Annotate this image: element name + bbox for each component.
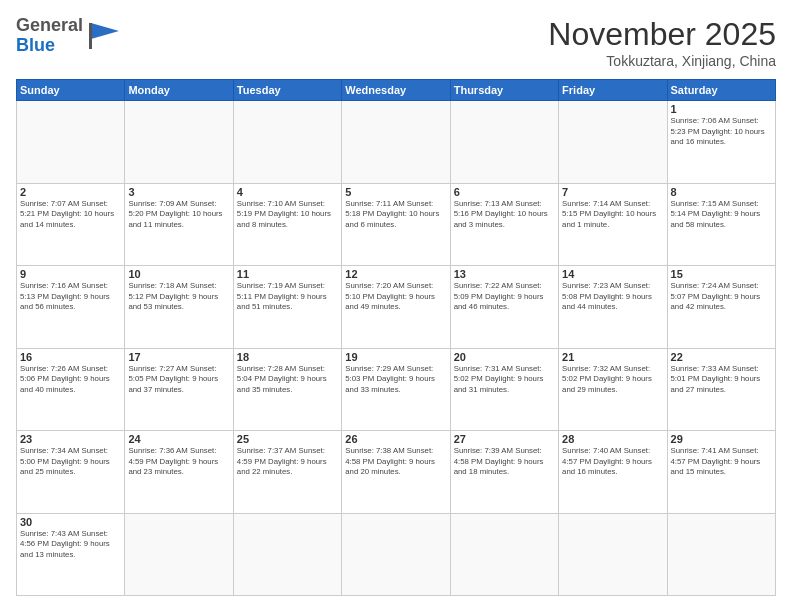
- logo-general-text: General: [16, 15, 83, 35]
- calendar-table: SundayMondayTuesdayWednesdayThursdayFrid…: [16, 79, 776, 596]
- calendar-cell: 28Sunrise: 7:40 AM Sunset: 4:57 PM Dayli…: [559, 431, 667, 514]
- day-info: Sunrise: 7:41 AM Sunset: 4:57 PM Dayligh…: [671, 446, 772, 478]
- day-info: Sunrise: 7:14 AM Sunset: 5:15 PM Dayligh…: [562, 199, 663, 231]
- day-number: 28: [562, 433, 663, 445]
- day-number: 22: [671, 351, 772, 363]
- weekday-header-friday: Friday: [559, 80, 667, 101]
- day-number: 4: [237, 186, 338, 198]
- day-info: Sunrise: 7:19 AM Sunset: 5:11 PM Dayligh…: [237, 281, 338, 313]
- calendar-cell: 29Sunrise: 7:41 AM Sunset: 4:57 PM Dayli…: [667, 431, 775, 514]
- week-row-1: 1Sunrise: 7:06 AM Sunset: 5:23 PM Daylig…: [17, 101, 776, 184]
- day-number: 11: [237, 268, 338, 280]
- calendar-cell: [233, 101, 341, 184]
- calendar-cell: 9Sunrise: 7:16 AM Sunset: 5:13 PM Daylig…: [17, 266, 125, 349]
- location-text: Tokkuztara, Xinjiang, China: [548, 53, 776, 69]
- day-info: Sunrise: 7:38 AM Sunset: 4:58 PM Dayligh…: [345, 446, 446, 478]
- calendar-cell: 23Sunrise: 7:34 AM Sunset: 5:00 PM Dayli…: [17, 431, 125, 514]
- day-number: 27: [454, 433, 555, 445]
- logo: General Blue: [16, 16, 123, 56]
- day-info: Sunrise: 7:36 AM Sunset: 4:59 PM Dayligh…: [128, 446, 229, 478]
- calendar-cell: 2Sunrise: 7:07 AM Sunset: 5:21 PM Daylig…: [17, 183, 125, 266]
- calendar-cell: 6Sunrise: 7:13 AM Sunset: 5:16 PM Daylig…: [450, 183, 558, 266]
- day-info: Sunrise: 7:18 AM Sunset: 5:12 PM Dayligh…: [128, 281, 229, 313]
- day-info: Sunrise: 7:26 AM Sunset: 5:06 PM Dayligh…: [20, 364, 121, 396]
- calendar-cell: 3Sunrise: 7:09 AM Sunset: 5:20 PM Daylig…: [125, 183, 233, 266]
- day-info: Sunrise: 7:29 AM Sunset: 5:03 PM Dayligh…: [345, 364, 446, 396]
- day-info: Sunrise: 7:13 AM Sunset: 5:16 PM Dayligh…: [454, 199, 555, 231]
- calendar-cell: [450, 513, 558, 596]
- day-number: 10: [128, 268, 229, 280]
- calendar-cell: 16Sunrise: 7:26 AM Sunset: 5:06 PM Dayli…: [17, 348, 125, 431]
- calendar-cell: 8Sunrise: 7:15 AM Sunset: 5:14 PM Daylig…: [667, 183, 775, 266]
- day-number: 19: [345, 351, 446, 363]
- svg-rect-1: [89, 23, 92, 49]
- day-number: 6: [454, 186, 555, 198]
- calendar-cell: 5Sunrise: 7:11 AM Sunset: 5:18 PM Daylig…: [342, 183, 450, 266]
- calendar-cell: 1Sunrise: 7:06 AM Sunset: 5:23 PM Daylig…: [667, 101, 775, 184]
- day-number: 17: [128, 351, 229, 363]
- calendar-cell: 24Sunrise: 7:36 AM Sunset: 4:59 PM Dayli…: [125, 431, 233, 514]
- day-info: Sunrise: 7:39 AM Sunset: 4:58 PM Dayligh…: [454, 446, 555, 478]
- day-info: Sunrise: 7:16 AM Sunset: 5:13 PM Dayligh…: [20, 281, 121, 313]
- calendar-cell: [125, 513, 233, 596]
- day-number: 15: [671, 268, 772, 280]
- day-number: 23: [20, 433, 121, 445]
- week-row-5: 23Sunrise: 7:34 AM Sunset: 5:00 PM Dayli…: [17, 431, 776, 514]
- day-number: 9: [20, 268, 121, 280]
- day-info: Sunrise: 7:07 AM Sunset: 5:21 PM Dayligh…: [20, 199, 121, 231]
- weekday-header-monday: Monday: [125, 80, 233, 101]
- calendar-cell: 21Sunrise: 7:32 AM Sunset: 5:02 PM Dayli…: [559, 348, 667, 431]
- calendar-cell: 7Sunrise: 7:14 AM Sunset: 5:15 PM Daylig…: [559, 183, 667, 266]
- day-number: 3: [128, 186, 229, 198]
- calendar-cell: 15Sunrise: 7:24 AM Sunset: 5:07 PM Dayli…: [667, 266, 775, 349]
- day-info: Sunrise: 7:09 AM Sunset: 5:20 PM Dayligh…: [128, 199, 229, 231]
- calendar-cell: [450, 101, 558, 184]
- calendar-page: General Blue November 2025 Tokkuztara, X…: [0, 0, 792, 612]
- calendar-cell: [233, 513, 341, 596]
- day-number: 20: [454, 351, 555, 363]
- day-number: 29: [671, 433, 772, 445]
- calendar-cell: 17Sunrise: 7:27 AM Sunset: 5:05 PM Dayli…: [125, 348, 233, 431]
- day-number: 12: [345, 268, 446, 280]
- calendar-cell: 22Sunrise: 7:33 AM Sunset: 5:01 PM Dayli…: [667, 348, 775, 431]
- day-info: Sunrise: 7:28 AM Sunset: 5:04 PM Dayligh…: [237, 364, 338, 396]
- day-number: 24: [128, 433, 229, 445]
- calendar-cell: [667, 513, 775, 596]
- day-info: Sunrise: 7:32 AM Sunset: 5:02 PM Dayligh…: [562, 364, 663, 396]
- day-number: 7: [562, 186, 663, 198]
- logo-blue-text: Blue: [16, 35, 55, 55]
- calendar-cell: 26Sunrise: 7:38 AM Sunset: 4:58 PM Dayli…: [342, 431, 450, 514]
- calendar-cell: [17, 101, 125, 184]
- calendar-cell: [342, 513, 450, 596]
- weekday-header-row: SundayMondayTuesdayWednesdayThursdayFrid…: [17, 80, 776, 101]
- calendar-cell: 13Sunrise: 7:22 AM Sunset: 5:09 PM Dayli…: [450, 266, 558, 349]
- day-number: 2: [20, 186, 121, 198]
- calendar-cell: 12Sunrise: 7:20 AM Sunset: 5:10 PM Dayli…: [342, 266, 450, 349]
- day-info: Sunrise: 7:23 AM Sunset: 5:08 PM Dayligh…: [562, 281, 663, 313]
- day-info: Sunrise: 7:06 AM Sunset: 5:23 PM Dayligh…: [671, 116, 772, 148]
- svg-marker-0: [91, 23, 119, 39]
- weekday-header-tuesday: Tuesday: [233, 80, 341, 101]
- weekday-header-sunday: Sunday: [17, 80, 125, 101]
- day-number: 21: [562, 351, 663, 363]
- week-row-6: 30Sunrise: 7:43 AM Sunset: 4:56 PM Dayli…: [17, 513, 776, 596]
- weekday-header-wednesday: Wednesday: [342, 80, 450, 101]
- day-info: Sunrise: 7:40 AM Sunset: 4:57 PM Dayligh…: [562, 446, 663, 478]
- calendar-cell: 30Sunrise: 7:43 AM Sunset: 4:56 PM Dayli…: [17, 513, 125, 596]
- weekday-header-saturday: Saturday: [667, 80, 775, 101]
- week-row-2: 2Sunrise: 7:07 AM Sunset: 5:21 PM Daylig…: [17, 183, 776, 266]
- logo-flag-icon: [87, 21, 123, 51]
- day-info: Sunrise: 7:20 AM Sunset: 5:10 PM Dayligh…: [345, 281, 446, 313]
- calendar-cell: 19Sunrise: 7:29 AM Sunset: 5:03 PM Dayli…: [342, 348, 450, 431]
- day-info: Sunrise: 7:37 AM Sunset: 4:59 PM Dayligh…: [237, 446, 338, 478]
- day-number: 26: [345, 433, 446, 445]
- day-number: 18: [237, 351, 338, 363]
- calendar-cell: [559, 513, 667, 596]
- day-info: Sunrise: 7:33 AM Sunset: 5:01 PM Dayligh…: [671, 364, 772, 396]
- calendar-cell: 10Sunrise: 7:18 AM Sunset: 5:12 PM Dayli…: [125, 266, 233, 349]
- calendar-cell: 27Sunrise: 7:39 AM Sunset: 4:58 PM Dayli…: [450, 431, 558, 514]
- calendar-cell: [125, 101, 233, 184]
- day-number: 25: [237, 433, 338, 445]
- day-number: 8: [671, 186, 772, 198]
- calendar-cell: 4Sunrise: 7:10 AM Sunset: 5:19 PM Daylig…: [233, 183, 341, 266]
